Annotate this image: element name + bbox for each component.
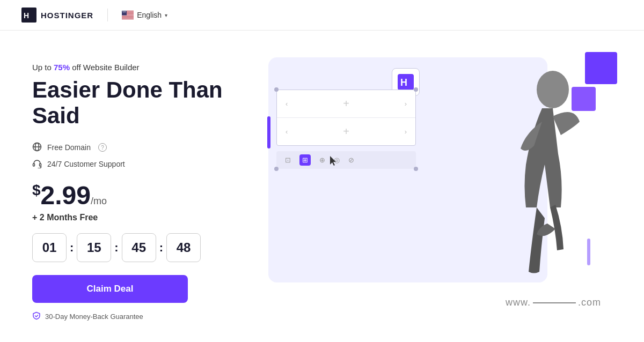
svg-point-16: [123, 12, 124, 12]
promo-percent: 75%: [54, 63, 70, 72]
plus-icon-1: +: [288, 98, 404, 110]
toolbar-delete-icon: ⊘: [348, 156, 354, 164]
svg-text:H: H: [400, 77, 407, 88]
svg-point-15: [123, 12, 123, 12]
frame-corner-br: [414, 167, 418, 171]
hostinger-logo-icon: H: [21, 8, 36, 23]
svg-point-14: [126, 11, 126, 12]
plus-icon-2: +: [288, 125, 404, 138]
svg-point-17: [125, 12, 125, 12]
promo-line: Up to 75% off Website Builder: [32, 63, 258, 72]
svg-rect-23: [40, 163, 41, 166]
toolbar-move-icon: ⊕: [319, 156, 325, 164]
logo: H HOSTINGER: [21, 8, 93, 23]
builder-row-2: ‹ + ›: [277, 118, 415, 145]
countdown-sep-1: :: [69, 241, 75, 255]
svg-text:H: H: [24, 11, 29, 20]
illustration-logo-icon: H: [398, 74, 414, 90]
person-illustration: [456, 47, 606, 304]
svg-point-18: [125, 12, 126, 12]
toolbar-active-icon: ⊞: [299, 154, 311, 166]
builder-bottom-bar: ⊡ ⊞ ⊕ ◎ ⊘: [276, 151, 416, 169]
main-content: Up to 75% off Website Builder Easier Don…: [0, 31, 644, 335]
countdown-subseconds: 48: [166, 233, 201, 262]
svg-point-12: [124, 11, 125, 12]
countdown-sep-3: :: [158, 241, 164, 255]
nav-arrow-right-1: ›: [405, 100, 407, 108]
guarantee-section: 30-Day Money-Back Guarantee: [32, 311, 258, 322]
features-list: Free Domain ? 24/7 Customer Support: [32, 142, 258, 170]
feature-domain-text: Free Domain: [47, 143, 91, 152]
builder-ui-frame: ‹ + › ‹ + › ⊡ ⊞ ⊕ ◎ ⊘: [276, 90, 416, 169]
feature-support-text: 24/7 Customer Support: [47, 160, 125, 168]
left-panel: Up to 75% off Website Builder Easier Don…: [32, 52, 258, 319]
feature-domain: Free Domain ?: [32, 142, 258, 153]
frame-corner-bl: [274, 167, 279, 171]
globe-icon: [32, 142, 42, 153]
guarantee-text: 30-Day Money-Back Guarantee: [45, 313, 143, 321]
header-divider: [107, 9, 108, 21]
svg-rect-7: [122, 17, 134, 17]
price-dollar: $: [32, 182, 41, 198]
language-label: English: [137, 11, 162, 19]
person-svg: [456, 47, 606, 304]
toolbar-copy-icon: ⊡: [285, 156, 291, 164]
feature-support: 24/7 Customer Support: [32, 159, 258, 170]
svg-rect-6: [122, 16, 134, 16]
countdown-sep-2: :: [113, 241, 119, 255]
us-flag-icon: [122, 11, 134, 19]
logo-text: HOSTINGER: [41, 11, 93, 20]
info-icon[interactable]: ?: [98, 143, 107, 152]
price-section: $2.99/mo: [32, 183, 258, 209]
svg-rect-8: [122, 18, 134, 19]
svg-rect-22: [33, 163, 35, 166]
headline: Easier Done Than Said: [32, 77, 258, 129]
countdown-timer: 01 : 15 : 45 : 48: [32, 233, 258, 262]
price-display: $2.99/mo: [32, 183, 258, 209]
svg-point-11: [123, 11, 124, 12]
price-amount: 2.99: [41, 181, 91, 210]
builder-block-1: ‹ + › ‹ + ›: [276, 90, 416, 146]
frame-corner-tr: [414, 87, 418, 92]
svg-point-10: [122, 11, 123, 12]
frame-corner-tl: [274, 87, 279, 92]
nav-arrow-right-2: ›: [405, 128, 407, 136]
countdown-hours: 01: [32, 233, 67, 262]
price-period: /mo: [91, 196, 107, 206]
shield-icon: [32, 311, 41, 322]
builder-row-1: ‹ + ›: [277, 90, 415, 118]
accent-bar-left: [267, 116, 270, 148]
svg-point-26: [537, 71, 569, 108]
countdown-minutes: 15: [77, 233, 111, 262]
language-selector[interactable]: English ▾: [122, 11, 167, 19]
cursor-icon: [330, 156, 339, 169]
chevron-down-icon: ▾: [165, 12, 167, 18]
claim-deal-button[interactable]: Claim Deal: [32, 275, 188, 303]
svg-point-13: [125, 11, 126, 12]
countdown-seconds: 45: [122, 233, 156, 262]
months-free-text: + 2 Months Free: [32, 213, 258, 222]
headset-icon: [32, 159, 42, 170]
header: H HOSTINGER English ▾: [0, 0, 644, 31]
right-panel: H ‹ + › ‹ + › ⊡: [258, 52, 612, 319]
